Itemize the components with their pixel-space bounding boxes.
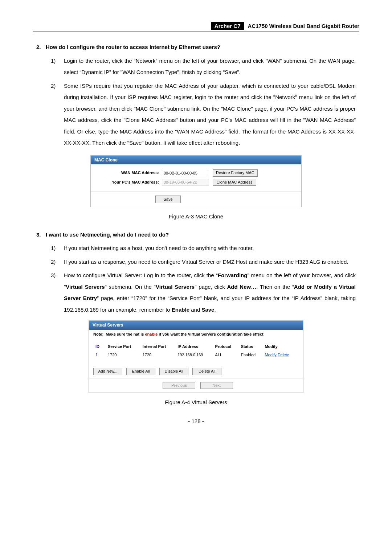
restore-factory-mac-button[interactable]: Restore Factory MAC [213, 169, 258, 176]
model-badge: Archer C7 [211, 22, 244, 30]
q3-number: 3. [36, 229, 46, 241]
pc-mac-label: Your PC's MAC Address: [97, 180, 162, 185]
page-number: - 128 - [36, 415, 356, 427]
q2-step-1: 1) Login to the router, click the “Netwo… [51, 55, 356, 78]
q2-number: 2. [36, 41, 46, 53]
cell-status: Enabled [239, 351, 263, 359]
step-text: If you start Netmeeting as a host, you d… [64, 242, 356, 254]
note-label: Note: [93, 332, 103, 336]
figure-a3-caption: Figure A-3 MAC Clone [36, 211, 356, 222]
add-new-button[interactable]: Add New... [93, 368, 122, 375]
pc-mac-input [162, 179, 209, 185]
question-2: 2. How do I configure the router to acce… [36, 41, 356, 53]
save-button[interactable]: Save [155, 196, 181, 203]
wan-mac-label: WAN MAC Address: [97, 170, 162, 176]
step-number: 1) [51, 242, 64, 254]
question-3: 3. I want to use Netmeeting, what do I n… [36, 229, 356, 241]
step-number: 1) [51, 55, 64, 78]
enable-all-button[interactable]: Enable All [126, 368, 155, 375]
figure-a4-caption: Figure A-4 Virtual Servers [36, 397, 356, 408]
next-button[interactable]: Next [200, 382, 233, 389]
page-header: Archer C7 AC1750 Wireless Dual Band Giga… [33, 22, 359, 32]
step-number: 2) [51, 80, 64, 149]
q3-step-1: 1) If you start Netmeeting as a host, yo… [51, 242, 356, 254]
vs-data-row: 1 1720 1720 192.168.0.169 ALL Enabled Mo… [93, 351, 299, 359]
disable-all-button[interactable]: Disable All [159, 368, 188, 375]
previous-button[interactable]: Previous [163, 382, 195, 389]
q3-title: I want to use Netmeeting, what do I need… [46, 229, 356, 241]
note-text-post: if you want the Virtual Servers configur… [158, 332, 263, 336]
cell-protocol: ALL [213, 351, 239, 359]
cell-modify: Modify Delete [262, 351, 299, 359]
q3-step-2: 2) If you start as a response, you need … [51, 256, 356, 268]
col-internal-port: Internal Port [140, 342, 175, 351]
col-ip-address: IP Address [175, 342, 213, 351]
note-text-pre: Make sure the nat is [106, 332, 145, 336]
q2-title: How do I configure the router to access … [46, 41, 356, 53]
col-service-port: Service Port [106, 342, 140, 351]
step-text: Login to the router, click the “Network”… [64, 55, 356, 78]
step-number: 2) [51, 256, 64, 268]
vs-note: Note: Make sure the nat is enable if you… [89, 330, 303, 364]
step-text: How to configure Virtual Server: Log in … [64, 270, 356, 315]
delete-all-button[interactable]: Delete All [192, 368, 221, 375]
mac-clone-panel: MAC Clone WAN MAC Address: Restore Facto… [90, 155, 302, 208]
note-enable-word: enable [145, 332, 158, 336]
q3-step-3: 3) How to configure Virtual Server: Log … [51, 270, 356, 315]
vs-header-row: ID Service Port Internal Port IP Address… [93, 342, 299, 351]
product-name: AC1750 Wireless Dual Band Gigabit Router [248, 23, 359, 29]
clone-mac-button[interactable]: Clone MAC Address [213, 179, 256, 186]
cell-ip: 192.168.0.169 [175, 351, 213, 359]
col-id: ID [93, 342, 106, 351]
panel-title: MAC Clone [91, 156, 301, 165]
cell-service-port: 1720 [106, 351, 140, 359]
step-number: 3) [51, 270, 64, 315]
virtual-servers-panel: Virtual Servers Note: Make sure the nat … [89, 320, 303, 393]
panel-title: Virtual Servers [89, 321, 303, 330]
q2-step-2: 2) Some ISPs require that you register t… [51, 80, 356, 149]
step-text: If you start as a response, you need to … [64, 256, 356, 268]
wan-mac-input[interactable] [162, 170, 209, 176]
col-status: Status [239, 342, 263, 351]
step-text: Some ISPs require that you register the … [64, 80, 356, 149]
modify-link[interactable]: Modify [265, 353, 276, 357]
col-modify: Modify [262, 342, 299, 351]
cell-id: 1 [93, 351, 106, 359]
delete-link[interactable]: Delete [278, 353, 289, 357]
col-protocol: Protocol [213, 342, 239, 351]
cell-internal-port: 1720 [140, 351, 175, 359]
